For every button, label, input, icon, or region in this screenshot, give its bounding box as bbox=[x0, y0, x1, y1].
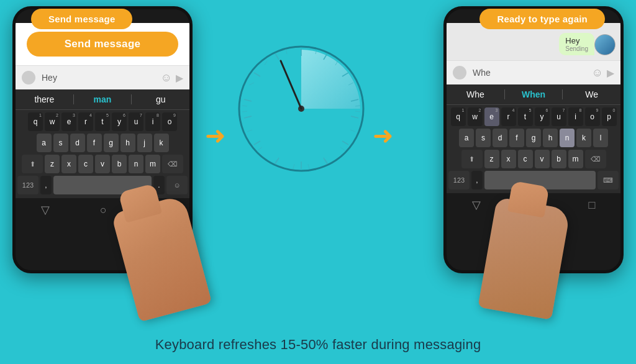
rkey-i[interactable]: i8 bbox=[568, 107, 583, 126]
key-space-left[interactable] bbox=[53, 176, 152, 194]
rkey-k[interactable]: k bbox=[576, 129, 591, 147]
arrow-right: ➜ bbox=[373, 121, 394, 150]
rkey-space[interactable] bbox=[484, 171, 596, 189]
rkey-backspace[interactable]: ⌫ bbox=[585, 150, 606, 168]
emoji-icon-right[interactable]: ☺ bbox=[592, 66, 603, 80]
chat-bubble: Hey Sending bbox=[559, 33, 594, 55]
key-2[interactable]: w2 bbox=[45, 112, 60, 131]
key-period[interactable]: . bbox=[153, 176, 165, 194]
rkey-y[interactable]: y6 bbox=[535, 107, 550, 126]
rkey-t[interactable]: t5 bbox=[518, 107, 533, 126]
send-icon-right[interactable]: ▶ bbox=[607, 67, 614, 79]
key-9[interactable]: o9 bbox=[162, 112, 177, 131]
message-field-left[interactable]: Hey bbox=[39, 71, 157, 84]
key-7[interactable]: u7 bbox=[129, 112, 143, 131]
key-z[interactable]: z bbox=[45, 155, 60, 173]
rkey-o[interactable]: o9 bbox=[585, 107, 600, 126]
rkey-n-pressed[interactable]: n bbox=[560, 129, 575, 147]
suggestion-when[interactable]: When bbox=[505, 88, 563, 101]
key-x[interactable]: x bbox=[61, 155, 76, 173]
key-backspace-left[interactable]: ⌫ bbox=[162, 155, 183, 173]
key-4[interactable]: r4 bbox=[78, 112, 93, 131]
clock-container bbox=[230, 37, 373, 180]
label-send-message[interactable]: Send message bbox=[31, 9, 132, 29]
svg-line-31 bbox=[242, 106, 247, 106]
rkey-h[interactable]: h bbox=[543, 129, 558, 147]
home-icon-left[interactable]: ○ bbox=[100, 204, 107, 217]
suggestion-we[interactable]: We bbox=[563, 88, 620, 101]
suggestion-there[interactable]: there bbox=[16, 93, 73, 106]
svg-line-21 bbox=[355, 111, 360, 112]
rkey-g[interactable]: g bbox=[526, 129, 541, 147]
chat-text: Hey bbox=[565, 36, 588, 45]
rkey-p[interactable]: p0 bbox=[602, 107, 617, 126]
key-shift-left[interactable]: ⬆ bbox=[22, 155, 43, 173]
key-6[interactable]: y6 bbox=[112, 112, 127, 131]
suggestion-gu[interactable]: gu bbox=[132, 93, 189, 106]
key-h[interactable]: h bbox=[120, 134, 135, 152]
rkey-q[interactable]: q1 bbox=[451, 107, 466, 126]
avatar-right-input bbox=[453, 66, 466, 80]
back-icon-left[interactable]: ▽ bbox=[41, 203, 50, 217]
key-n[interactable]: n bbox=[129, 155, 143, 173]
rkey-keyboard[interactable]: ⌨ bbox=[597, 171, 619, 189]
avatar-left bbox=[22, 71, 35, 84]
rkey-v[interactable]: v bbox=[535, 150, 550, 168]
key-c[interactable]: c bbox=[78, 155, 93, 173]
key-j[interactable]: j bbox=[137, 134, 152, 152]
rkey-123[interactable]: 123 bbox=[448, 171, 470, 189]
svg-line-33 bbox=[265, 61, 267, 65]
key-8[interactable]: i8 bbox=[145, 112, 160, 131]
key-5[interactable]: t5 bbox=[95, 112, 110, 131]
home-icon-right[interactable]: ○ bbox=[531, 199, 538, 212]
emoji-icon-left[interactable]: ☺ bbox=[161, 71, 172, 84]
rkey-u[interactable]: u7 bbox=[552, 107, 566, 126]
rkey-a[interactable]: a bbox=[459, 129, 474, 147]
rkey-comma[interactable]: , bbox=[471, 171, 483, 189]
rkey-e[interactable]: e3 bbox=[484, 107, 499, 126]
label-ready-type: Ready to type again bbox=[479, 9, 605, 29]
rkey-s[interactable]: s bbox=[476, 129, 491, 147]
message-input-area-left: Hey ☺ ▶ bbox=[16, 65, 189, 89]
rkey-x[interactable]: x bbox=[501, 150, 516, 168]
key-123-left[interactable]: 123 bbox=[17, 176, 39, 194]
send-icon-left[interactable]: ▶ bbox=[176, 72, 183, 84]
rkey-d[interactable]: d bbox=[493, 129, 507, 147]
rkey-z[interactable]: z bbox=[484, 150, 499, 168]
row-asdf-right: a s d f g h n k l bbox=[448, 129, 619, 147]
key-3[interactable]: e3 bbox=[61, 112, 76, 131]
caption: Keyboard refreshes 15-50% faster during … bbox=[0, 337, 636, 353]
suggestion-whe[interactable]: Whe bbox=[447, 88, 504, 101]
row-qwerty-right: q1 w2 e3 r4 t5 y6 u7 i8 o9 p0 bbox=[448, 107, 619, 126]
suggestion-man[interactable]: man bbox=[74, 93, 132, 106]
rkey-m2[interactable]: m bbox=[568, 150, 583, 168]
key-b[interactable]: b bbox=[112, 155, 127, 173]
svg-line-14 bbox=[244, 99, 252, 101]
send-message-button[interactable]: Send message bbox=[27, 32, 178, 57]
rkey-f[interactable]: f bbox=[509, 129, 524, 147]
rkey-shift[interactable]: ⬆ bbox=[461, 150, 483, 168]
recent-icon-left[interactable]: □ bbox=[157, 204, 164, 217]
rkey-c[interactable]: c bbox=[518, 150, 533, 168]
message-field-right[interactable]: Whe bbox=[470, 66, 588, 79]
arrow-left: ➜ bbox=[205, 121, 226, 150]
key-d[interactable]: d bbox=[70, 134, 85, 152]
key-comma[interactable]: , bbox=[40, 176, 52, 194]
rkey-r[interactable]: r4 bbox=[501, 107, 516, 126]
key-g[interactable]: g bbox=[104, 134, 119, 152]
rkey-w[interactable]: w2 bbox=[468, 107, 483, 126]
key-v[interactable]: v bbox=[95, 155, 110, 173]
recent-icon-right[interactable]: □ bbox=[588, 199, 595, 212]
key-1[interactable]: q1 bbox=[28, 112, 43, 131]
back-icon-right[interactable]: ▽ bbox=[472, 198, 481, 212]
key-f[interactable]: f bbox=[87, 134, 102, 152]
key-a[interactable]: a bbox=[37, 134, 52, 152]
keyboard-left: q1 w2 e3 r4 t5 y6 u7 i8 o9 a s d f g h j… bbox=[16, 110, 189, 198]
key-k[interactable]: k bbox=[154, 134, 169, 152]
rkey-b[interactable]: b bbox=[552, 150, 566, 168]
key-emoji-left[interactable]: ☺ bbox=[166, 176, 188, 194]
key-m[interactable]: m bbox=[145, 155, 160, 173]
key-s[interactable]: s bbox=[53, 134, 68, 152]
rkey-l[interactable]: l bbox=[593, 129, 608, 147]
send-btn-area: Send message bbox=[16, 23, 189, 65]
